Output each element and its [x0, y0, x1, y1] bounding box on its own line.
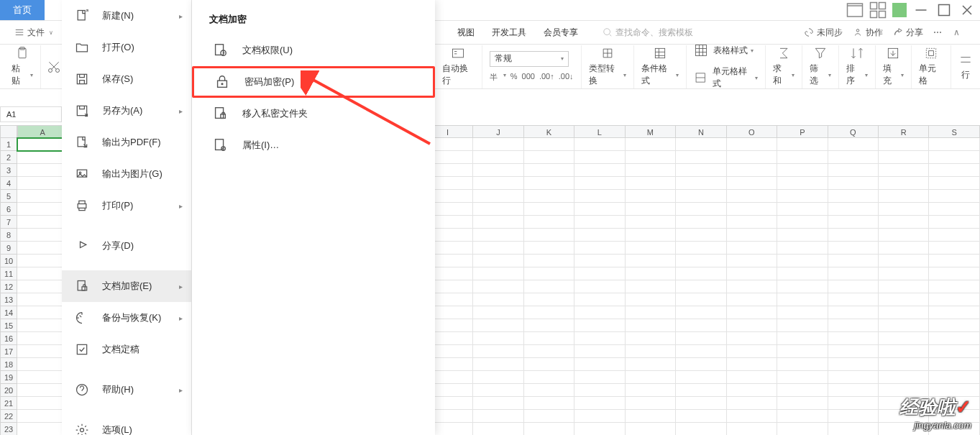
- col-header-M[interactable]: M: [626, 125, 676, 138]
- cell[interactable]: [676, 229, 726, 242]
- col-header-Q[interactable]: Q: [828, 125, 879, 138]
- cell[interactable]: [828, 242, 879, 255]
- cell[interactable]: [473, 267, 523, 280]
- cell[interactable]: [879, 293, 929, 306]
- cell[interactable]: [17, 397, 68, 410]
- more-icon[interactable]: ⋯: [933, 27, 943, 37]
- cell[interactable]: [879, 397, 929, 410]
- cell[interactable]: [524, 229, 574, 242]
- file-menu-help[interactable]: 帮助(H)▸: [62, 374, 191, 406]
- cell[interactable]: [574, 423, 625, 435]
- cell[interactable]: [524, 280, 574, 293]
- cell[interactable]: [879, 255, 929, 267]
- cell[interactable]: [676, 306, 726, 319]
- cell[interactable]: [727, 358, 777, 371]
- cell[interactable]: [727, 371, 777, 384]
- cell[interactable]: [574, 267, 625, 280]
- cell[interactable]: [879, 423, 929, 435]
- cell[interactable]: [828, 190, 879, 203]
- cell[interactable]: [473, 410, 523, 423]
- cell[interactable]: [17, 242, 68, 255]
- col-header-O[interactable]: O: [727, 125, 777, 138]
- cell[interactable]: [574, 293, 625, 306]
- cell[interactable]: [879, 138, 929, 151]
- cell[interactable]: [828, 255, 879, 267]
- row-header[interactable]: 23: [0, 423, 17, 435]
- file-menu-draft[interactable]: 文档定稿: [62, 334, 191, 365]
- col-header-S[interactable]: S: [929, 125, 979, 138]
- cell[interactable]: [777, 358, 828, 371]
- file-menu-backup[interactable]: 备份与恢复(K)▸: [62, 302, 191, 334]
- cell[interactable]: [524, 410, 574, 423]
- cell[interactable]: [777, 423, 828, 435]
- cell[interactable]: [777, 293, 828, 306]
- cell[interactable]: [524, 138, 574, 151]
- tab-view[interactable]: 视图: [449, 27, 483, 39]
- cell[interactable]: [676, 164, 726, 177]
- cell[interactable]: [777, 371, 828, 384]
- cell[interactable]: [17, 319, 68, 332]
- cell[interactable]: [676, 242, 726, 255]
- cell[interactable]: [574, 242, 625, 255]
- cell[interactable]: [676, 138, 726, 151]
- cell[interactable]: [17, 216, 68, 229]
- cell[interactable]: [473, 229, 523, 242]
- cell[interactable]: [626, 280, 676, 293]
- row-header[interactable]: 11: [0, 267, 17, 280]
- cell[interactable]: [727, 280, 777, 293]
- cell[interactable]: [828, 306, 879, 319]
- cell[interactable]: [626, 242, 676, 255]
- cell[interactable]: [626, 267, 676, 280]
- cell[interactable]: [676, 332, 726, 345]
- cell[interactable]: [473, 190, 523, 203]
- cell[interactable]: [574, 332, 625, 345]
- cell[interactable]: [17, 410, 68, 423]
- cell[interactable]: [828, 332, 879, 345]
- cell[interactable]: [828, 423, 879, 435]
- cell[interactable]: [17, 293, 68, 306]
- cell[interactable]: [727, 255, 777, 267]
- cell[interactable]: [879, 332, 929, 345]
- submenu-item-0[interactable]: 文档权限(U): [192, 35, 435, 66]
- cell[interactable]: [524, 255, 574, 267]
- cell[interactable]: [777, 190, 828, 203]
- cell[interactable]: [524, 267, 574, 280]
- cells-button[interactable]: 单元格: [919, 63, 943, 87]
- cell[interactable]: [828, 203, 879, 216]
- paste-button[interactable]: 粘贴▾: [12, 63, 33, 87]
- submenu-item-1[interactable]: 密码加密(P): [192, 66, 435, 98]
- avatar[interactable]: [892, 3, 907, 17]
- col-header-R[interactable]: R: [879, 125, 929, 138]
- cell[interactable]: [524, 216, 574, 229]
- cell[interactable]: [676, 255, 726, 267]
- cell[interactable]: [727, 332, 777, 345]
- cell[interactable]: [879, 345, 929, 358]
- cell[interactable]: [828, 177, 879, 190]
- cell[interactable]: [879, 280, 929, 293]
- cond-format-button[interactable]: 条件格式▾: [641, 63, 679, 87]
- cell[interactable]: [676, 280, 726, 293]
- cell[interactable]: [879, 306, 929, 319]
- cell[interactable]: [828, 319, 879, 332]
- cell[interactable]: [626, 190, 676, 203]
- row-header[interactable]: 9: [0, 242, 17, 255]
- cell[interactable]: [626, 306, 676, 319]
- cell[interactable]: [574, 319, 625, 332]
- cell[interactable]: [626, 164, 676, 177]
- cell[interactable]: [777, 203, 828, 216]
- cell[interactable]: [524, 293, 574, 306]
- table-style-button[interactable]: 表格样式▾: [694, 43, 754, 58]
- cell[interactable]: [929, 267, 979, 280]
- cell[interactable]: [574, 384, 625, 397]
- cell[interactable]: [828, 293, 879, 306]
- cell[interactable]: [473, 397, 523, 410]
- col-header-K[interactable]: K: [524, 125, 574, 138]
- cell[interactable]: [473, 255, 523, 267]
- cell[interactable]: [777, 319, 828, 332]
- cell[interactable]: [879, 151, 929, 164]
- cell[interactable]: [727, 151, 777, 164]
- cell[interactable]: [929, 177, 979, 190]
- cell[interactable]: [574, 371, 625, 384]
- cell[interactable]: [777, 216, 828, 229]
- cell[interactable]: [929, 203, 979, 216]
